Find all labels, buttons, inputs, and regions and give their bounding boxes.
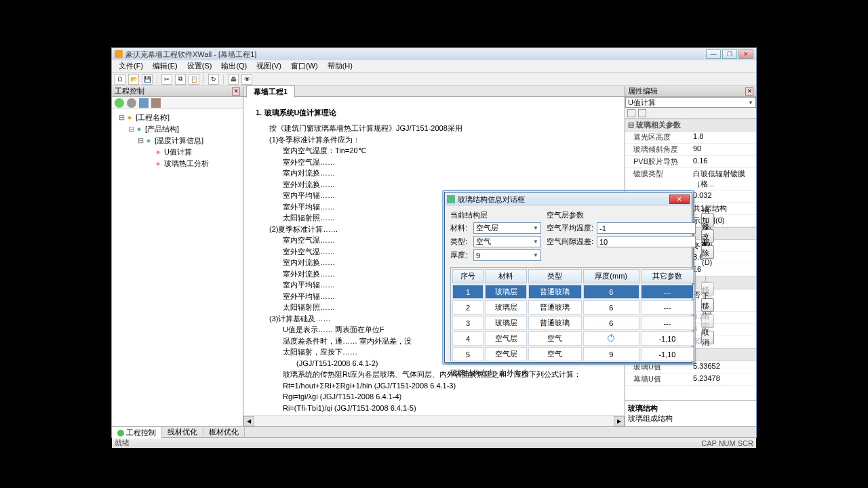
gap-temp-input[interactable] — [597, 236, 696, 247]
bottom-tab-linear[interactable]: 线材优化 — [162, 426, 203, 438]
props-tb-icon[interactable] — [638, 109, 646, 117]
center-panel: 幕墙工程1 1. 玻璃系统U值计算理论 按《建筑门窗玻璃幕墙热工计算规程》JGJ… — [243, 86, 625, 426]
doc-heading: 玻璃系统U值计算理论 — [264, 108, 337, 117]
tree-tb-icon[interactable] — [139, 98, 149, 108]
material-select[interactable]: 空气层▼ — [473, 222, 541, 234]
gap-temp-label: 空气间隙温差: — [547, 237, 594, 247]
menubar: 文件(F) 编辑(E) 设置(S) 输出(Q) 视图(V) 窗口(W) 帮助(H… — [112, 60, 756, 73]
doc-line: 室内对流换…… — [256, 167, 612, 179]
toolbar: 🗋 📂 💾 ✂ ⧉ 📋 ↻ 🖶 👁 — [112, 73, 756, 86]
new-icon[interactable]: 🗋 — [115, 74, 125, 85]
doc-line: 按《建筑门窗玻璃幕墙热工计算规程》JGJ/T151-2008采用 — [256, 123, 612, 134]
tree-item[interactable]: ⊟● [工程名称] — [113, 112, 241, 123]
prop-footer-title: 玻璃结构 — [628, 403, 753, 413]
table-header[interactable]: 材料 — [485, 269, 527, 283]
doc-line: Ri=(Tfi-Tbi1)/qi (JGJ/T151-2008 6.4.1-5) — [256, 403, 612, 414]
tree-item[interactable]: ⊟● [产品结构] — [113, 123, 241, 135]
minimize-button[interactable]: — — [706, 49, 721, 59]
table-row[interactable]: 2玻璃层普通玻璃6--- — [452, 300, 694, 314]
ok-button[interactable]: 确定 — [701, 314, 714, 328]
titlebar[interactable]: 豪沃克幕墙工程软件XWall - [幕墙工程1] — ❐ ✕ — [112, 48, 756, 60]
menu-help[interactable]: 帮助(H) — [323, 60, 357, 73]
open-icon[interactable]: 📂 — [128, 74, 139, 85]
table-header[interactable]: 厚度(mm) — [583, 269, 639, 283]
dialog-titlebar[interactable]: 玻璃结构信息对话框 ✕ — [445, 192, 692, 206]
left-panel: 工程控制 ✕ ⊟● [工程名称]⊟● [产品结构]⊟● [温度计算信息]● U值… — [112, 86, 243, 426]
cursor-icon — [608, 335, 614, 342]
group-air-params: 空气层参数 — [547, 210, 696, 220]
properties-combo[interactable]: U值计算▼ — [625, 97, 756, 108]
avg-temp-label: 空气平均温度: — [547, 223, 594, 233]
close-button[interactable]: ✕ — [738, 49, 753, 59]
cancel-button[interactable]: 取消 — [701, 331, 714, 344]
table-row[interactable]: 4空气层空气-1,10 — [452, 331, 694, 346]
doc-line: Rgi=tgi/λgi (JGJ/T151-2008 6.4.1-4) — [256, 391, 612, 403]
prop-row[interactable]: 遮光区高度1.8 — [625, 131, 756, 144]
tree-item[interactable]: ⊟● [温度计算信息] — [113, 135, 241, 146]
tree-item[interactable]: ● U值计算 — [113, 146, 241, 158]
bottom-tab-project[interactable]: 工程控制 — [112, 426, 162, 439]
prop-row[interactable]: PVB胶片导热0.16 — [625, 156, 756, 168]
prop-row[interactable]: 镀膜类型白玻低辐射镀膜（格... — [625, 168, 756, 190]
table-row[interactable]: 3玻璃层普通玻璃6--- — [452, 316, 694, 330]
prop-group-header[interactable]: ⊟ 玻璃相关参数 — [625, 119, 756, 131]
type-select[interactable]: 空气▼ — [473, 236, 541, 247]
prop-row[interactable]: 玻璃倾斜角度90 — [625, 144, 756, 156]
delete-button[interactable]: 删除(D) — [701, 245, 714, 259]
doc-line: (1)冬季标准计算条件应为： — [256, 134, 612, 146]
group-current-layer: 当前结构层 — [450, 210, 541, 220]
tree: ⊟● [工程名称]⊟● [产品结构]⊟● [温度计算信息]● U值计算● 玻璃热… — [112, 109, 243, 426]
properties-title: 属性编辑 — [628, 86, 658, 96]
paste-icon[interactable]: 📋 — [189, 74, 199, 85]
window-title: 豪沃克幕墙工程软件XWall - [幕墙工程1] — [125, 49, 256, 60]
tree-tb-icon[interactable] — [115, 98, 124, 108]
statusbar: 就绪 CAP NUM SCR — [112, 437, 756, 448]
thickness-select[interactable]: 9▼ — [473, 249, 541, 261]
main-window: 豪沃克幕墙工程软件XWall - [幕墙工程1] — ❐ ✕ 文件(F) 编辑(… — [111, 47, 757, 438]
print-icon[interactable]: 🖶 — [228, 74, 239, 85]
menu-view[interactable]: 视图(V) — [252, 60, 285, 73]
thickness-label: 厚度: — [450, 250, 471, 260]
menu-edit[interactable]: 编辑(E) — [149, 60, 182, 73]
type-label: 类型: — [450, 237, 471, 247]
layer-table[interactable]: 序号材料类型厚度(mm)其它参数 1玻璃层普通玻璃6---2玻璃层普通玻璃6--… — [450, 267, 696, 363]
dialog-close-button[interactable]: ✕ — [669, 195, 690, 204]
table-row[interactable]: 5空气层空气9-1,10 — [452, 347, 694, 361]
menu-settings[interactable]: 设置(S) — [183, 60, 216, 73]
move-down-button[interactable]: 下移(N) — [701, 298, 714, 312]
cut-icon[interactable]: ✂ — [161, 74, 172, 85]
tree-tb-icon[interactable] — [151, 98, 161, 108]
status-right: CAP NUM SCR — [701, 439, 753, 447]
table-row[interactable]: 1玻璃层普通玻璃6--- — [452, 285, 694, 299]
bottom-tabs: 工程控制 线材优化 板材优化 — [112, 426, 756, 437]
panel-close-icon[interactable]: ✕ — [745, 87, 753, 96]
panel-close-icon[interactable]: ✕ — [232, 87, 240, 96]
dialog-title: 玻璃结构信息对话框 — [458, 195, 525, 205]
table-header[interactable]: 序号 — [452, 269, 484, 283]
dialog-icon — [447, 195, 455, 203]
save-icon[interactable]: 💾 — [142, 74, 153, 85]
avg-temp-input[interactable] — [597, 222, 696, 234]
maximize-button[interactable]: ❐ — [722, 49, 737, 59]
copy-icon[interactable]: ⧉ — [175, 74, 186, 85]
preview-icon[interactable]: 👁 — [241, 74, 252, 85]
menu-output[interactable]: 输出(Q) — [217, 60, 251, 73]
scroll-left-icon[interactable]: ◀ — [243, 416, 254, 426]
document-tab[interactable]: 幕墙工程1 — [246, 85, 295, 98]
scroll-right-icon[interactable]: ▶ — [614, 416, 625, 426]
tree-tb-icon[interactable] — [127, 98, 136, 108]
table-header[interactable]: 类型 — [528, 269, 581, 283]
prop-footer-desc: 玻璃组成结构 — [628, 413, 753, 424]
tree-item[interactable]: ● 玻璃热工分析 — [113, 158, 241, 169]
bottom-tab-panel[interactable]: 板材优化 — [203, 426, 245, 438]
menu-file[interactable]: 文件(F) — [115, 60, 147, 73]
glass-structure-dialog: 玻璃结构信息对话框 ✕ 当前结构层 材料: 空气层▼ — [444, 192, 692, 363]
refresh-icon[interactable]: ↻ — [208, 74, 219, 85]
doc-line: 室外空气温…… — [256, 157, 612, 168]
props-tb-icon[interactable] — [627, 109, 635, 117]
menu-window[interactable]: 窗口(W) — [287, 60, 322, 73]
left-panel-title: 工程控制 — [115, 86, 144, 96]
horizontal-scrollbar[interactable]: ◀ ▶ — [243, 415, 625, 426]
doc-line: 室内空气温度：Tin=20℃ — [256, 145, 612, 157]
table-header[interactable]: 其它参数 — [641, 269, 694, 283]
